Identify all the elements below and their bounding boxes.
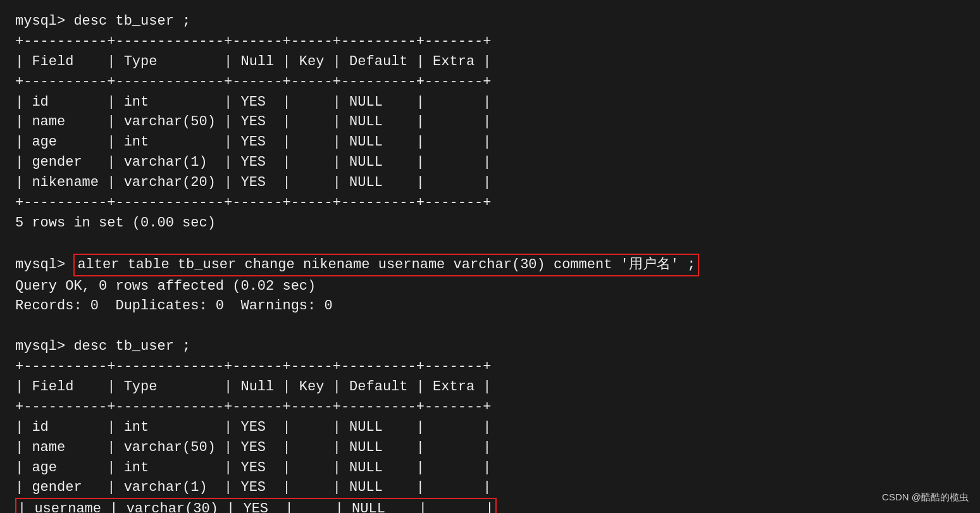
table-header-1: | Field | Type | Null | Key | Default | … bbox=[15, 52, 965, 72]
username-row-box: | username | varchar(30) | YES | | NULL … bbox=[15, 498, 497, 513]
blank-line-1 bbox=[15, 233, 965, 254]
table-row-gender-2: | gender | varchar(1) | YES | | NULL | | bbox=[15, 478, 965, 498]
table-row-id-1: | id | int | YES | | NULL | | bbox=[15, 92, 965, 113]
command-line-2: mysql> desc tb_user ; bbox=[15, 337, 965, 357]
table-row-age-1: | age | int | YES | | NULL | | bbox=[15, 132, 965, 152]
table-separator-3: +----------+-------------+------+-----+-… bbox=[15, 193, 965, 213]
table-row-username-highlight: | username | varchar(30) | YES | | NULL … bbox=[15, 498, 965, 513]
records-line: Records: 0 Duplicates: 0 Warnings: 0 bbox=[15, 296, 965, 316]
query-ok-line: Query OK, 0 rows affected (0.02 sec) bbox=[15, 276, 965, 297]
table-separator-4: +----------+-------------+------+-----+-… bbox=[15, 357, 965, 377]
table-separator-1: +----------+-------------+------+-----+-… bbox=[15, 32, 965, 52]
blank-line-2 bbox=[15, 316, 965, 337]
table-row-gender-1: | gender | varchar(1) | YES | | NULL | | bbox=[15, 152, 965, 173]
table-separator-5: +----------+-------------+------+-----+-… bbox=[15, 397, 965, 417]
table-row-age-2: | age | int | YES | | NULL | | bbox=[15, 458, 965, 478]
terminal: mysql> desc tb_user ; +----------+------… bbox=[15, 11, 965, 502]
table-row-name-1: | name | varchar(50) | YES | | NULL | | bbox=[15, 112, 965, 132]
alter-command-line: mysql> alter table tb_user change nikena… bbox=[15, 254, 965, 276]
table-row-nikename-1: | nikename | varchar(20) | YES | | NULL … bbox=[15, 173, 965, 193]
table-row-name-2: | name | varchar(50) | YES | | NULL | | bbox=[15, 438, 965, 458]
table-header-2: | Field | Type | Null | Key | Default | … bbox=[15, 377, 965, 397]
table-row-id-2: | id | int | YES | | NULL | | bbox=[15, 417, 965, 438]
command-line-1: mysql> desc tb_user ; bbox=[15, 11, 965, 32]
table-separator-2: +----------+-------------+------+-----+-… bbox=[15, 72, 965, 92]
alter-command-highlight: alter table tb_user change nikename user… bbox=[73, 254, 699, 276]
result-info-1: 5 rows in set (0.00 sec) bbox=[15, 213, 965, 233]
watermark: CSDN @酷酷的榄虫 bbox=[882, 490, 969, 504]
